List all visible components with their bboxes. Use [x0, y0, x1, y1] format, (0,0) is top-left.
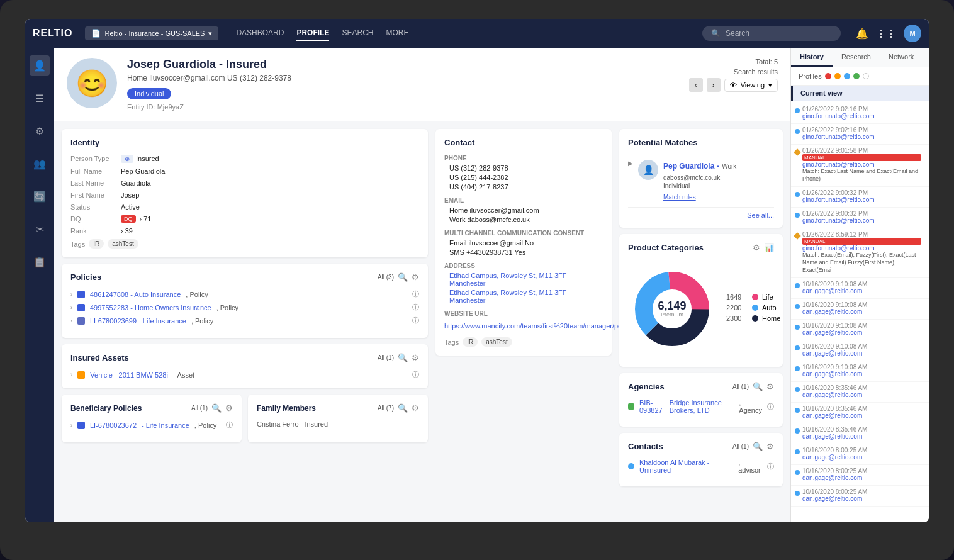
- sidebar-item-sync[interactable]: 🔄: [30, 186, 50, 206]
- family-member-name: Cristina Ferro - Insured: [257, 420, 328, 428]
- sidebar-item-merge[interactable]: ⚙: [30, 121, 50, 141]
- history-dot: [795, 366, 800, 371]
- tab-research[interactable]: Research: [833, 48, 880, 67]
- search-input[interactable]: [726, 29, 832, 38]
- sidebar-item-group[interactable]: 👥: [30, 154, 50, 174]
- product-settings-icon[interactable]: ⚙: [753, 243, 760, 252]
- contacts-search-icon[interactable]: 🔍: [753, 442, 763, 451]
- breadcrumb-text: Reltio - Insurance - GUS-SALES: [104, 30, 205, 37]
- content-area: 😊 Josep Guardiola - Insured Home iluvsoc…: [54, 48, 790, 522]
- tab-network[interactable]: Network: [880, 48, 923, 67]
- identity-title: Identity: [70, 138, 419, 147]
- match-name[interactable]: Pep Guardiola -: [663, 162, 719, 171]
- history-item[interactable]: 10/16/2020 8:00:25 AM dan.gage@reltio.co…: [791, 465, 929, 486]
- left-sidebar: 👤 ☰ ⚙ 👥 🔄 ✂ 📋: [25, 48, 54, 522]
- history-item[interactable]: 10/16/2020 8:35:46 AM dan.gage@reltio.co…: [791, 382, 929, 403]
- history-dot: [795, 491, 800, 496]
- product-chart-icon[interactable]: 📊: [764, 243, 774, 252]
- contact-tag-ashtest[interactable]: ashTest: [481, 337, 512, 347]
- address-2[interactable]: Etihad Campus, Rowsley St, M11 3FF Manch…: [444, 289, 603, 304]
- history-item[interactable]: 10/16/2020 8:00:25 AM dan.gage@reltio.co…: [791, 486, 929, 507]
- sidebar-item-list[interactable]: ☰: [30, 88, 50, 108]
- family-search-icon[interactable]: 🔍: [398, 403, 408, 413]
- policy-info-icon[interactable]: ⓘ: [412, 316, 419, 325]
- history-item[interactable]: 10/16/2020 8:35:46 AM dan.gage@reltio.co…: [791, 403, 929, 423]
- history-item[interactable]: 10/16/2020 9:10:08 AM dan.gage@reltio.co…: [791, 278, 929, 299]
- contact-name-link[interactable]: Khaldoon Al Mubarak - Uninsured: [639, 459, 733, 474]
- family-title: Family Members: [257, 404, 316, 413]
- field-value-last-name: Guardiola: [121, 179, 419, 187]
- policy-color-square: [77, 291, 85, 298]
- beneficiary-info-icon[interactable]: ⓘ: [226, 420, 233, 430]
- address-1[interactable]: Etihad Campus, Rowsley St, M11 3FF Manch…: [444, 272, 603, 287]
- user-avatar[interactable]: M: [904, 25, 921, 42]
- contact-info-icon[interactable]: ⓘ: [767, 462, 774, 471]
- nav-profile[interactable]: PROFILE: [296, 26, 329, 41]
- history-timestamp: 01/26/2022 9:02:16 PM: [802, 106, 921, 113]
- policy-link[interactable]: 4997552283 - Home Owners Insurance: [90, 304, 211, 311]
- see-all-link[interactable]: See all...: [628, 211, 774, 219]
- history-item[interactable]: 01/26/2022 8:59:12 PM MANUAL gino.fortun…: [791, 228, 929, 278]
- search-bar[interactable]: 🔍: [702, 26, 841, 41]
- nav-dashboard[interactable]: DASHBOARD: [236, 26, 284, 41]
- policy-info-icon[interactable]: ⓘ: [412, 289, 419, 299]
- history-item[interactable]: 01/26/2022 9:00:32 PM gino.fortunato@rel…: [791, 187, 929, 208]
- history-item[interactable]: 10/16/2020 8:35:46 AM dan.gage@reltio.co…: [791, 423, 929, 444]
- prev-result-button[interactable]: ‹: [689, 78, 703, 92]
- beneficiary-search-icon[interactable]: 🔍: [211, 403, 222, 413]
- grid-icon[interactable]: ⋮⋮: [876, 28, 896, 40]
- sidebar-item-person[interactable]: 👤: [30, 55, 50, 76]
- match-name-work: Pep Guardiola - Work daboss@mcfc.co.uk: [663, 160, 774, 182]
- contact-tag-ir[interactable]: IR: [463, 337, 478, 347]
- history-item[interactable]: 01/26/2022 9:02:16 PM gino.fortunato@rel…: [791, 124, 929, 145]
- agency-type: , Agency: [739, 399, 762, 414]
- vehicle-link[interactable]: Vehicle - 2011 BMW 528i -: [90, 371, 172, 379]
- history-user: gino.fortunato@reltio.com: [802, 161, 921, 168]
- tab-history[interactable]: History: [791, 48, 833, 67]
- agencies-settings-icon[interactable]: ⚙: [766, 382, 774, 391]
- policy-link[interactable]: 4861247808 - Auto Insurance: [90, 291, 181, 298]
- policy-info-icon[interactable]: ⓘ: [412, 303, 419, 312]
- assets-settings-icon[interactable]: ⚙: [412, 353, 419, 362]
- profile-dot-red: [825, 73, 831, 79]
- match-rules-link[interactable]: Match rules: [663, 194, 696, 201]
- history-item[interactable]: 10/16/2020 9:10:08 AM dan.gage@reltio.co…: [791, 340, 929, 361]
- history-item[interactable]: 10/16/2020 9:10:08 AM dan.gage@reltio.co…: [791, 361, 929, 382]
- assets-card-header: Insured Assets All (1) 🔍 ⚙: [70, 353, 419, 362]
- contact-tags: Tags IR ashTest: [444, 337, 603, 347]
- breadcrumb[interactable]: 📄 Reltio - Insurance - GUS-SALES ▾: [85, 26, 218, 40]
- history-user: dan.gage@reltio.com: [802, 371, 921, 378]
- view-select[interactable]: 👁 Viewing ▾: [724, 79, 778, 92]
- field-last-name: Last Name Guardiola: [70, 179, 419, 187]
- history-item[interactable]: 01/26/2022 9:02:16 PM gino.fortunato@rel…: [791, 103, 929, 124]
- history-item[interactable]: 01/26/2022 9:00:32 PM gino.fortunato@rel…: [791, 208, 929, 228]
- sidebar-item-document[interactable]: 📋: [30, 252, 50, 272]
- manual-badge: MANUAL: [802, 154, 921, 161]
- beneficiary-settings-icon[interactable]: ⚙: [225, 403, 233, 413]
- beneficiary-policy-item: › LI-6780023672 - Life Insurance , Polic…: [70, 420, 233, 430]
- family-settings-icon[interactable]: ⚙: [412, 403, 419, 413]
- history-item[interactable]: 10/16/2020 8:00:25 AM dan.gage@reltio.co…: [791, 444, 929, 465]
- contacts-settings-icon[interactable]: ⚙: [766, 442, 774, 451]
- next-result-button[interactable]: ›: [707, 78, 721, 92]
- nav-more[interactable]: MORE: [386, 26, 408, 41]
- tag-ashtest[interactable]: ashTest: [108, 239, 138, 249]
- agency-info-icon[interactable]: ⓘ: [767, 402, 774, 412]
- assets-search-icon[interactable]: 🔍: [398, 353, 408, 362]
- history-item[interactable]: 10/16/2020 9:10:08 AM dan.gage@reltio.co…: [791, 299, 929, 320]
- history-item[interactable]: 10/16/2020 9:10:08 AM dan.gage@reltio.co…: [791, 320, 929, 340]
- policy-link[interactable]: LI-6780023699 - Life Insurance: [90, 317, 186, 325]
- policies-settings-icon[interactable]: ⚙: [412, 272, 419, 282]
- history-item[interactable]: 01/26/2022 9:01:58 PM MANUAL gino.fortun…: [791, 145, 929, 187]
- nav-search[interactable]: SEARCH: [342, 26, 373, 41]
- agencies-search-icon[interactable]: 🔍: [753, 382, 763, 391]
- tag-ir[interactable]: IR: [89, 239, 104, 249]
- policies-search-icon[interactable]: 🔍: [398, 272, 408, 282]
- vehicle-item: › Vehicle - 2011 BMW 528i - Asset ⓘ: [70, 370, 419, 379]
- agency-id-link[interactable]: BIB-093827: [639, 399, 665, 414]
- agency-name[interactable]: Bridge Insurance Brokers, LTD: [670, 399, 734, 414]
- sidebar-item-filter[interactable]: ✂: [30, 219, 50, 239]
- bell-icon[interactable]: 🔔: [856, 28, 868, 40]
- beneficiary-policy-link[interactable]: LI-6780023672: [90, 422, 137, 429]
- vehicle-info-icon[interactable]: ⓘ: [412, 370, 419, 379]
